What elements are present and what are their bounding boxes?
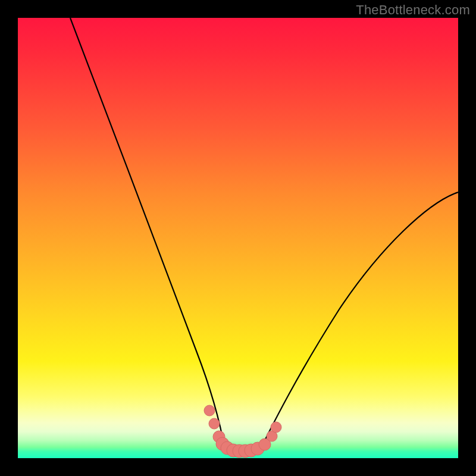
chart-svg: [18, 18, 458, 458]
svg-point-12: [271, 422, 281, 433]
plot-area: [18, 18, 458, 458]
valley-markers: [204, 405, 281, 458]
svg-point-1: [209, 418, 220, 429]
chart-frame: TheBottleneck.com: [0, 0, 476, 476]
left-curve: [70, 18, 225, 450]
watermark-text: TheBottleneck.com: [356, 2, 470, 18]
svg-point-0: [204, 405, 215, 416]
right-curve: [260, 192, 458, 450]
